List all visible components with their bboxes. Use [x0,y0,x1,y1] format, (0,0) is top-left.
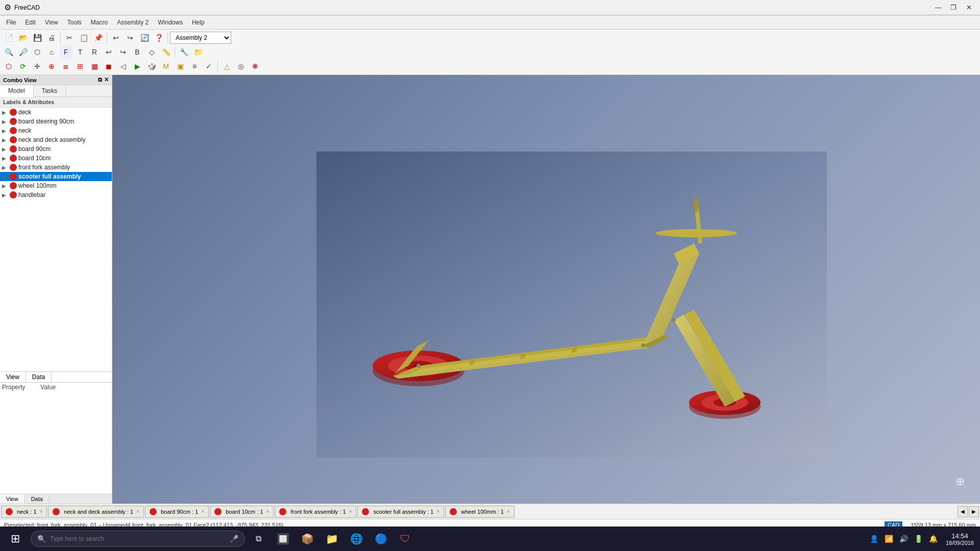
copy-button[interactable]: 📋 [77,31,90,44]
tree-expand-arrow[interactable]: ▶ [2,110,8,115]
tree-item[interactable]: ▶handlebar [0,190,112,199]
status-tab-3[interactable]: board 10cm : 1 × [210,506,274,518]
tabs-scroll-right[interactable]: ▶ [969,506,979,517]
assembly-btn1[interactable]: ⟳ [16,60,30,73]
prop-tab-view[interactable]: View [0,372,26,382]
part-button[interactable]: 🔧 [177,45,190,59]
assembly-btn4[interactable]: ≣ [59,60,72,73]
status-tab-1[interactable]: neck and deck assembly : 1 × [48,506,144,518]
new-button[interactable]: 📄 [2,31,15,44]
status-tab-0[interactable]: neck : 1 × [1,506,47,518]
save-button[interactable]: 💾 [31,31,44,44]
status-tab-close[interactable]: × [349,509,352,514]
start-button[interactable]: ⊞ [2,527,29,551]
taskbar-app-chrome[interactable]: 🔵 [370,528,392,550]
menu-item-help[interactable]: Help [188,17,209,28]
left-view-button[interactable]: ↪ [116,45,130,59]
tree-expand-arrow[interactable]: ▶ [2,174,8,180]
tray-battery[interactable]: 🔋 [912,534,925,544]
paste-button[interactable]: 📌 [91,31,105,44]
menu-item-tools[interactable]: Tools [63,17,86,28]
status-tab-close[interactable]: × [40,509,43,514]
assembly-parts[interactable]: ≡ [188,60,201,73]
assembly-btn2[interactable]: ✛ [31,60,44,73]
draw-style-button[interactable]: ⬡ [31,45,44,59]
isometric-view-button[interactable]: ◇ [145,45,158,59]
redo-button[interactable]: ↪ [124,31,137,44]
taskbar-app-explorer[interactable]: 🔲 [272,528,294,550]
taskbar-app-shield[interactable]: 🛡 [394,528,416,550]
menu-item-edit[interactable]: Edit [21,17,40,28]
cut-button[interactable]: ✂ [63,31,76,44]
refresh-button[interactable]: 🔄 [138,31,151,44]
tree-item[interactable]: ▶board 90cm [0,144,112,154]
search-bar[interactable]: 🔍 🎤 [31,531,245,547]
sketch-btn1[interactable]: △ [220,60,233,73]
tree-expand-arrow[interactable]: ▶ [2,146,8,152]
assembly-btn5[interactable]: ⊞ [74,60,87,73]
menu-item-windows[interactable]: Windows [154,17,187,28]
maximize-button[interactable]: ❐ [946,2,961,13]
tray-network[interactable]: 📶 [883,534,895,544]
tree-expand-arrow[interactable]: ▶ [2,183,8,189]
view-tab[interactable]: View [0,494,25,504]
tree-item[interactable]: ▶front fork assembly [0,163,112,172]
assembly-btn6[interactable]: ▦ [88,60,101,73]
tray-notification[interactable]: 🔔 [927,534,940,544]
open-folder-button[interactable]: 📁 [191,45,205,59]
tree-item[interactable]: ▶scooter full assembly [0,172,112,181]
bottom-view-button[interactable]: B [131,45,144,59]
open-button[interactable]: 📂 [16,31,30,44]
tree-expand-arrow[interactable]: ▶ [2,156,8,161]
sketch-btn3[interactable]: ❋ [249,60,262,73]
tree-item[interactable]: ▶board steering 90cm [0,117,112,126]
zoom-in-button[interactable]: 🔎 [16,45,30,59]
tree-item[interactable]: ▶wheel 100mm [0,181,112,190]
clock[interactable]: 14:54 18/09/2018 [942,532,978,546]
menu-item-assembly-2[interactable]: Assembly 2 [113,17,153,28]
workbench-dropdown[interactable]: Assembly 2 [170,32,231,44]
undo-button[interactable]: ↩ [109,31,122,44]
prop-tab-data[interactable]: Data [26,372,52,382]
close-button[interactable]: ✕ [962,2,976,13]
status-tab-close[interactable]: × [201,509,204,514]
part-design-button[interactable]: ⬡ [2,60,15,73]
help-button[interactable]: ❓ [152,31,165,44]
tab-tasks[interactable]: Tasks [34,85,66,96]
status-tab-close[interactable]: × [136,509,139,514]
assembly-play[interactable]: ▶ [131,60,144,73]
status-tab-close[interactable]: × [266,509,270,514]
status-tab-5[interactable]: scooter full assembly : 1 × [357,506,444,518]
tree-item[interactable]: ▶deck [0,108,112,117]
tray-volume[interactable]: 🔊 [897,534,910,544]
task-view-btn[interactable]: ⧉ [247,528,270,550]
sketch-btn2[interactable]: ◎ [234,60,248,73]
status-tab-close[interactable]: × [507,509,510,514]
status-tab-close[interactable]: × [436,509,439,514]
right-view-button[interactable]: R [88,45,101,59]
assembly-btn3[interactable]: ⊕ [45,60,58,73]
minimize-button[interactable]: — [931,2,945,13]
taskbar-app-files[interactable]: 📁 [321,528,343,550]
rear-view-button[interactable]: ↩ [102,45,115,59]
taskbar-app-edge[interactable]: 🌐 [345,528,368,550]
status-tab-2[interactable]: board 90cm : 1 × [145,506,209,518]
taskbar-app-store[interactable]: 📦 [296,528,318,550]
view-box-button[interactable]: 🔍 [2,45,15,59]
measure-button[interactable]: 📏 [159,45,173,59]
combo-float-btn[interactable]: ⧉ [98,77,102,83]
assembly-check[interactable]: ✓ [202,60,215,73]
search-input[interactable] [50,535,226,542]
tabs-scroll-left[interactable]: ◀ [958,506,968,517]
tree-expand-arrow[interactable]: ▶ [2,165,8,170]
assembly-btn9[interactable]: 🎲 [145,60,158,73]
tree-expand-arrow[interactable]: ▶ [2,192,8,198]
tree-expand-arrow[interactable]: ▶ [2,137,8,143]
print-button[interactable]: 🖨 [45,31,58,44]
menu-item-view[interactable]: View [41,17,62,28]
assembly-btn11[interactable]: ▣ [174,60,187,73]
tree-item[interactable]: ▶neck and deck assembly [0,135,112,144]
menu-item-macro[interactable]: Macro [87,17,112,28]
tree-item[interactable]: ▶neck [0,126,112,135]
assembly-btn7[interactable]: ◼ [102,60,115,73]
